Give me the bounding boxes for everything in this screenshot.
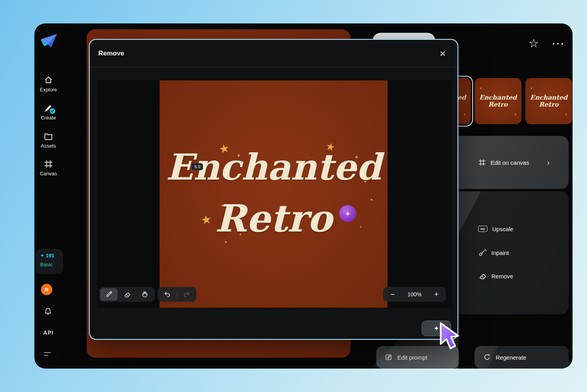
avatar-initial: N <box>45 287 48 292</box>
edit-prompt-icon <box>385 353 393 361</box>
upscale-button[interactable]: HD Upscale <box>478 221 513 237</box>
regenerate-button[interactable]: Regenerate <box>475 346 569 369</box>
zoom-out-icon[interactable]: − <box>389 290 397 299</box>
zoom-in-icon[interactable]: + <box>432 290 440 299</box>
edit-on-canvas-button[interactable]: Edit on canvas › <box>478 155 550 170</box>
favorite-star-icon[interactable]: ☆ <box>528 36 539 50</box>
create-pen-icon <box>44 103 53 113</box>
modal-title: Remove <box>98 50 124 57</box>
sparkle-icon: ✦ <box>565 113 567 116</box>
artwork-image[interactable]: Enchanted Retro ★ ✦ ★ ✦ ✦ ★ ✦ ✦ ✦ ✦ ✦ ✦ <box>160 80 388 308</box>
eraser-icon <box>478 272 487 280</box>
notifications-bell-icon[interactable] <box>44 306 52 315</box>
history-toolbar <box>158 287 196 302</box>
check-badge-icon <box>50 108 55 114</box>
sparkle-icon: ✦ <box>40 253 44 258</box>
credits-badge[interactable]: ✦ 191 Basic <box>36 249 63 274</box>
sidebar-item-assets[interactable]: Assets <box>34 132 62 149</box>
inpaint-brush-icon <box>478 248 487 257</box>
home-icon <box>44 75 53 85</box>
sparkle-icon: ✦ <box>530 87 533 90</box>
redo-button[interactable] <box>178 288 195 301</box>
pan-hand-tool-button[interactable] <box>136 288 153 301</box>
frame-icon <box>478 159 486 166</box>
regenerate-label: Regenerate <box>496 354 526 361</box>
tool-label: Upscale <box>492 226 513 232</box>
frame-icon <box>44 159 53 169</box>
sidebar-item-explore[interactable]: Explore <box>34 75 62 93</box>
api-link[interactable]: API <box>34 330 62 336</box>
sparkle-icon: ✦ <box>514 113 517 116</box>
sparkle-icon: ✦ <box>224 240 228 244</box>
avatar[interactable]: N <box>41 284 52 295</box>
inpaint-button[interactable]: Inpaint <box>478 245 509 260</box>
purple-star-ornament: ✦ <box>339 205 356 222</box>
sidebar-item-label: Explore <box>40 87 57 93</box>
sparkle-icon: ✦ <box>463 113 466 116</box>
thumb-title-line2: Retro <box>539 102 559 108</box>
variant-thumbnail[interactable]: Enchanted Retro ✦ ✦ <box>525 78 572 124</box>
edit-on-canvas-label: Edit on canvas <box>491 159 529 166</box>
tool-label: Remove <box>491 273 513 280</box>
eraser-tool-button[interactable] <box>118 288 135 301</box>
chevron-right-icon: › <box>547 159 550 166</box>
zoom-control: − 100% + <box>383 287 446 302</box>
app-window: Explore Create Assets Canvas <box>34 23 573 369</box>
edit-prompt-label: Edit prompt <box>397 354 427 361</box>
credits-count: 191 <box>46 253 55 258</box>
paint-toolbar <box>99 287 155 302</box>
edit-prompt-button[interactable]: Edit prompt <box>376 346 459 369</box>
remove-modal: Remove × Enchanted Retro ★ ✦ ★ ✦ ✦ ★ ✦ ✦… <box>89 39 458 340</box>
zoom-level: 100% <box>407 291 422 298</box>
sparkle-icon: ✦ <box>479 87 482 90</box>
apply-remove-button[interactable]: ✦ <box>422 321 451 336</box>
thumb-title-line1: Enchanted <box>479 94 517 101</box>
sidebar-item-label: Canvas <box>40 171 57 176</box>
sidebar-item-label: Create <box>41 115 56 121</box>
sparkle-icon: ✦ <box>345 210 350 218</box>
folder-icon <box>44 132 53 141</box>
more-options-icon[interactable]: ··· <box>552 38 565 49</box>
undo-button[interactable] <box>159 288 176 301</box>
toolbar-divider <box>177 290 177 298</box>
sparkle-icon: ✦ <box>434 324 439 332</box>
sidebar-item-create[interactable]: Create <box>34 103 62 121</box>
plan-label: Basic <box>40 262 63 267</box>
tool-label: Inpaint <box>491 249 509 256</box>
thumb-title-line1: Enchanted <box>530 94 567 101</box>
close-icon[interactable]: × <box>436 47 449 60</box>
thumb-title-line2: Retro <box>488 102 508 108</box>
variant-thumbnail[interactable]: Enchanted Retro ✦ ✦ <box>475 78 521 124</box>
remove-button[interactable]: Remove <box>478 268 513 284</box>
editing-canvas[interactable]: Enchanted Retro ★ ✦ ★ ✦ ✦ ★ ✦ ✦ ✦ ✦ ✦ ✦ <box>97 80 452 308</box>
sidebar-item-canvas[interactable]: Canvas <box>34 159 62 176</box>
collapse-menu-icon[interactable] <box>44 352 51 358</box>
brush-tool-button[interactable] <box>100 288 117 301</box>
app-logo[interactable] <box>40 33 58 49</box>
sidebar-item-label: Assets <box>41 143 56 149</box>
brush-size-tooltip: 5.0 <box>192 163 203 170</box>
hd-icon: HD <box>478 226 487 232</box>
regenerate-icon <box>483 353 491 361</box>
modal-header: Remove × <box>90 40 457 67</box>
